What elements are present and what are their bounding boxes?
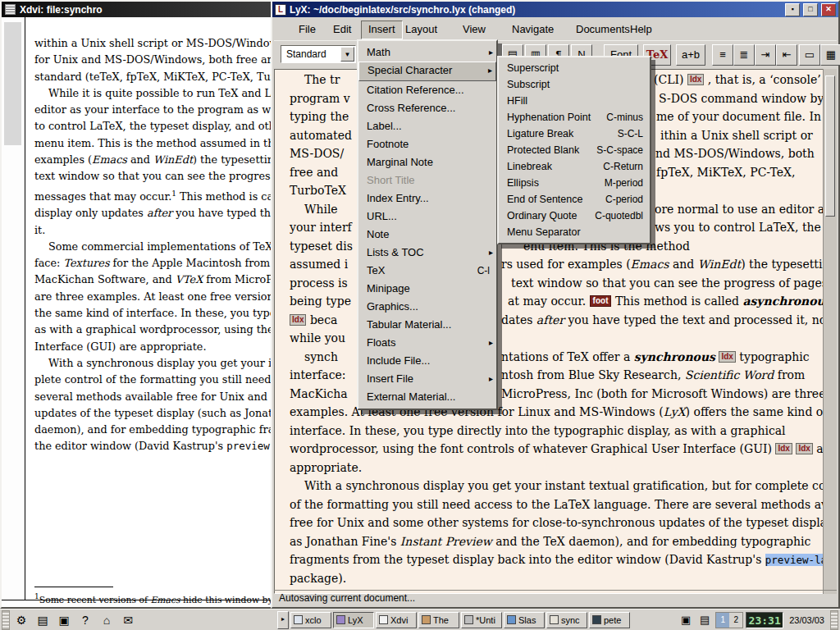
idx-inset-badge[interactable]: Idx bbox=[687, 74, 704, 85]
foot-inset-badge[interactable]: foot bbox=[590, 295, 612, 307]
insert-menu-item-special-character[interactable]: Special Character▸ bbox=[358, 62, 496, 81]
idx-inset-badge[interactable]: Idx bbox=[719, 351, 735, 363]
insert-menu-item-include-file[interactable]: Include File... bbox=[358, 352, 496, 370]
menu-help[interactable]: Help bbox=[623, 21, 659, 38]
special-char-item-menu-separator[interactable]: Menu Separator bbox=[499, 224, 650, 240]
combo-dropdown-arrow-icon[interactable]: ▼ bbox=[340, 47, 354, 62]
insert-menu-item-cross-reference[interactable]: Cross Reference... bbox=[358, 99, 496, 117]
insert-menu-item-insert-file[interactable]: Insert File▸ bbox=[358, 370, 496, 388]
special-char-item-hyphenation-point[interactable]: Hyphenation PointC-minus bbox=[499, 109, 650, 126]
table-button[interactable]: ▦ bbox=[820, 44, 840, 66]
task-button-pete[interactable]: pete bbox=[589, 612, 630, 628]
text-run: Some recent versions of bbox=[39, 595, 151, 605]
insert-menu-item-marginal-note[interactable]: Marginal Note bbox=[358, 153, 496, 171]
menu-view[interactable]: View bbox=[456, 21, 492, 38]
special-char-item-end-of-sentence[interactable]: End of SentenceC-period bbox=[499, 191, 650, 208]
footnote-text: 1Some recent versions of Emacs hide this… bbox=[34, 592, 276, 605]
insert-menu-item-tabular-material[interactable]: Tabular Material... bbox=[358, 316, 496, 334]
special-char-item-ellipsis[interactable]: EllipsisM-period bbox=[499, 175, 650, 191]
special-char-item-subscript[interactable]: Subscript bbox=[499, 76, 650, 93]
special-char-item-hfill[interactable]: HFill bbox=[499, 93, 650, 109]
insert-menu-item-citation-reference[interactable]: Citation Reference... bbox=[358, 81, 496, 99]
document-text-chunk: ntosh from Blue Sky Research, Scientific… bbox=[501, 368, 805, 381]
mail-launcher[interactable]: ✉ bbox=[118, 611, 138, 629]
display-icon[interactable]: ▣ bbox=[678, 612, 694, 628]
special-char-item-ordinary-quote[interactable]: Ordinary QuoteC-quotedbl bbox=[499, 208, 650, 224]
menu-edit[interactable]: Edit bbox=[326, 21, 358, 38]
special-char-item-linebreak[interactable]: LinebreakC-Return bbox=[499, 158, 650, 175]
k-menu-button[interactable]: ⚙ bbox=[11, 611, 31, 629]
klipper-icon[interactable]: ▤ bbox=[696, 612, 713, 628]
insert-menu-item-external-material[interactable]: External Material... bbox=[358, 388, 496, 406]
xdvi-vertical-scrollbar[interactable] bbox=[2, 17, 25, 600]
text-run: hide this window by default but bbox=[180, 595, 276, 605]
insert-menu: Math▸Special Character▸Citation Referenc… bbox=[357, 39, 498, 410]
insert-menu-item-note[interactable]: Note bbox=[358, 226, 496, 244]
panel-hide-handle-right[interactable] bbox=[830, 610, 838, 630]
idx-inset-badge[interactable]: Idx bbox=[290, 314, 306, 326]
document-text-chunk: appropriate. bbox=[290, 461, 362, 474]
task-button-slas[interactable]: Slas bbox=[504, 612, 545, 628]
xdvi-vertical-scrollbar-thumb[interactable] bbox=[4, 22, 21, 145]
task-button-the[interactable]: The bbox=[418, 612, 459, 628]
idx-inset-badge[interactable]: Idx bbox=[796, 443, 812, 454]
insert-menu-item-label[interactable]: Label... bbox=[358, 117, 496, 135]
insert-menu-item-floats[interactable]: Floats▸ bbox=[358, 334, 496, 352]
text-run: text window so that you can see the prog… bbox=[34, 170, 276, 182]
task-button-sync[interactable]: sync bbox=[546, 612, 587, 628]
menu-item-shortcut: M-period bbox=[605, 175, 643, 191]
layout-combo[interactable]: Standard ▼ bbox=[281, 45, 356, 63]
xdvi-text-line: within a Unix shell script or MS-DOS/Win… bbox=[34, 35, 276, 52]
menu-file[interactable]: File bbox=[292, 21, 322, 38]
enumerate-button[interactable]: ≣ bbox=[733, 44, 755, 66]
pager-desktop-2[interactable]: 2 bbox=[729, 613, 742, 628]
insert-menu-item-graphics[interactable]: Graphics... bbox=[358, 298, 496, 316]
task-button-xclo[interactable]: xclo bbox=[290, 612, 331, 628]
figure-button[interactable]: ▭ bbox=[799, 44, 820, 66]
lyx-window-icon: L bbox=[275, 4, 286, 16]
taskbar-scroll-arrow[interactable]: ▸ bbox=[277, 611, 289, 629]
lyx-titlebar[interactable]: L LyX: ~/doc/beginlatex/src/synchro.lyx … bbox=[272, 2, 838, 17]
special-char-item-protected-blank[interactable]: Protected BlankS-C-space bbox=[499, 142, 650, 158]
itemize-button[interactable]: ≡ bbox=[712, 44, 733, 66]
task-button-unti[interactable]: *Unti bbox=[461, 612, 502, 628]
insert-menu-item-minipage[interactable]: Minipage bbox=[358, 280, 496, 298]
insert-menu-item-url[interactable]: URL... bbox=[358, 208, 496, 226]
task-button-xdvi[interactable]: Xdvi bbox=[376, 612, 417, 628]
menu-insert[interactable]: Insert bbox=[361, 21, 403, 39]
insert-menu-item-footnote[interactable]: Footnote bbox=[358, 135, 496, 153]
text-run: Textures bbox=[64, 257, 110, 269]
menu-layout[interactable]: Layout bbox=[399, 21, 444, 38]
xdvi-titlebar[interactable]: Xdvi: file:synchro bbox=[2, 2, 276, 17]
panel-hide-handle-left[interactable] bbox=[2, 610, 10, 630]
text-run: of the formatting you still need access … bbox=[290, 498, 824, 511]
help-launcher[interactable]: ? bbox=[75, 611, 95, 629]
text-run: are three examples. At least one free ve… bbox=[34, 290, 276, 303]
lyx-scrollbar[interactable] bbox=[823, 69, 837, 594]
text-run: text window so that you can see the prog… bbox=[511, 276, 824, 290]
depth-minus-button[interactable]: ⇤ bbox=[776, 44, 797, 66]
maximize-button[interactable]: □ bbox=[803, 3, 818, 16]
insert-menu-item-tex[interactable]: TeXC-l bbox=[358, 262, 496, 280]
menu-item-label: Short Title bbox=[367, 174, 415, 186]
pager-desktop-1[interactable]: 1 bbox=[716, 613, 729, 628]
minimize-button[interactable]: ▪ bbox=[785, 3, 800, 16]
submenu-arrow-icon: ▸ bbox=[489, 244, 493, 262]
insert-menu-item-math[interactable]: Math▸ bbox=[358, 43, 496, 62]
menu-navigate[interactable]: Navigate bbox=[505, 21, 560, 38]
layout-combo-value: Standard bbox=[286, 48, 326, 60]
insert-menu-item-index-entry[interactable]: Index Entry... bbox=[358, 189, 496, 208]
depth-plus-button[interactable]: ⇥ bbox=[755, 44, 776, 66]
idx-inset-badge[interactable]: Idx bbox=[775, 443, 792, 454]
math-button[interactable]: a+b bbox=[676, 44, 705, 66]
special-char-item-superscript[interactable]: Superscript bbox=[499, 60, 650, 76]
terminal-launcher[interactable]: ▣ bbox=[54, 611, 74, 629]
home-launcher[interactable]: ⌂ bbox=[97, 611, 116, 629]
insert-menu-item-lists-toc[interactable]: Lists & TOC▸ bbox=[358, 244, 496, 262]
special-char-item-ligature-break[interactable]: Ligature BreakS-C-L bbox=[499, 126, 650, 142]
document-line: as Jonathan Fine's Instant Preview and t… bbox=[275, 535, 824, 554]
lyx-scrollbar-thumb[interactable] bbox=[825, 75, 835, 217]
close-button[interactable]: ✕ bbox=[821, 3, 836, 16]
window-list-button[interactable]: ▤ bbox=[33, 611, 52, 629]
task-button-lyx[interactable]: LyX bbox=[333, 612, 374, 628]
